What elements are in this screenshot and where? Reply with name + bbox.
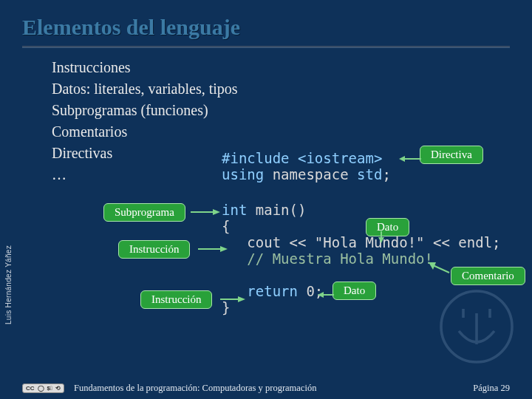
code-semi: ; bbox=[382, 166, 390, 183]
arrow-icon bbox=[191, 208, 220, 216]
code-cout: cout << bbox=[222, 234, 315, 250]
code-using-kw: using bbox=[222, 166, 264, 183]
bullet-item: Subprogramas (funciones) bbox=[52, 100, 532, 121]
code-brace-open: { bbox=[222, 218, 230, 234]
title-area: Elementos del lenguaje bbox=[0, 0, 532, 43]
pill-dato: Dato bbox=[366, 218, 409, 236]
footer-text: Fundamentos de la programación: Computad… bbox=[74, 383, 316, 394]
arrow-icon bbox=[220, 295, 245, 304]
pill-subprograma: Subprograma bbox=[103, 203, 185, 222]
svg-marker-3 bbox=[213, 209, 220, 215]
code-int: int bbox=[222, 202, 247, 218]
watermark-icon bbox=[432, 282, 521, 374]
svg-marker-11 bbox=[238, 296, 245, 302]
code-comment: // Muestra Hola Mundo! bbox=[222, 250, 433, 267]
code-return: return bbox=[247, 283, 298, 299]
code-using-ns: namespace bbox=[264, 166, 357, 183]
bullet-item: Instrucciones bbox=[52, 57, 532, 78]
pill-directiva: Directiva bbox=[420, 146, 483, 164]
svg-marker-7 bbox=[378, 237, 384, 243]
code-string: "Hola Mundo!" bbox=[315, 234, 425, 250]
svg-marker-5 bbox=[220, 246, 228, 252]
footer: CC◯$⃠⟲ Fundamentos de la programación: C… bbox=[0, 377, 532, 399]
cc-icon: CC◯$⃠⟲ bbox=[22, 383, 64, 393]
code-mainfn: main() bbox=[247, 202, 306, 218]
arrow-icon bbox=[399, 154, 421, 163]
pill-instruccion: Instrucción bbox=[118, 240, 190, 259]
pill-instruccion-2: Instrucción bbox=[140, 290, 212, 309]
arrow-icon bbox=[377, 231, 386, 243]
arrow-icon bbox=[429, 262, 451, 274]
license-badge: CC◯$⃠⟲ bbox=[22, 383, 64, 393]
svg-marker-13 bbox=[318, 292, 324, 298]
bullet-item: Datos: literales, variables, tipos bbox=[52, 78, 532, 100]
code-directives: #include <iostream> using namespace std; bbox=[222, 150, 391, 183]
code-endl: << endl; bbox=[425, 234, 501, 250]
pill-dato-2: Dato bbox=[332, 282, 376, 300]
arrow-icon bbox=[318, 290, 334, 299]
svg-line-8 bbox=[433, 265, 449, 273]
author-text: Luis Hernández Yáñez bbox=[4, 245, 13, 324]
arrow-icon bbox=[198, 245, 228, 253]
bullet-item: Comentarios bbox=[52, 121, 532, 143]
page-number: Página 29 bbox=[473, 383, 510, 394]
code-using-std: std bbox=[357, 166, 382, 183]
slide-title: Elementos del lenguaje bbox=[22, 15, 510, 40]
subrule bbox=[22, 47, 510, 48]
svg-marker-1 bbox=[399, 156, 405, 162]
code-include: #include <iostream> bbox=[222, 150, 382, 166]
